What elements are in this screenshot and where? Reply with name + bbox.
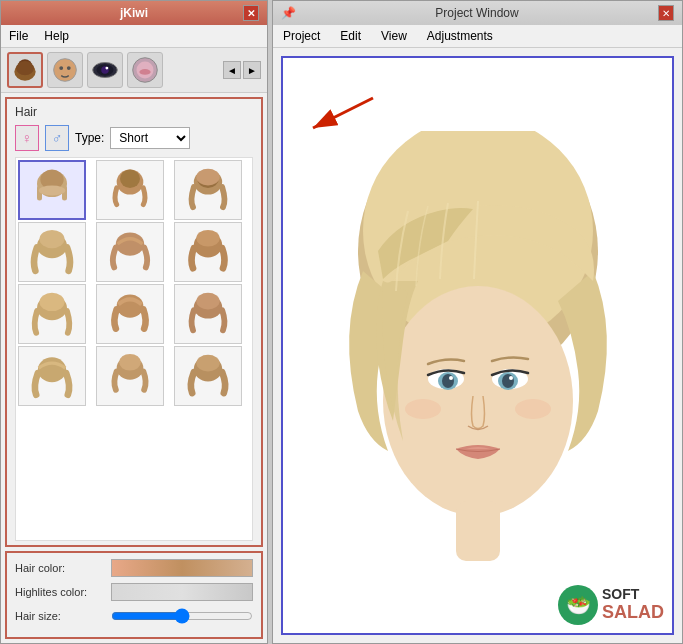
menu-view[interactable]: View [375,27,413,45]
type-label: Type: [75,131,104,145]
toolbar-face-icon[interactable] [47,52,83,88]
svg-point-50 [502,374,514,388]
watermark: 🥗 SOFT SALAD [558,585,664,625]
jkiwi-close-button[interactable]: ✕ [243,5,259,21]
project-titlebar: 📌 Project Window ✕ [273,1,682,25]
hair-color-row: Hair color: [15,559,253,577]
nav-left-button[interactable]: ◄ [223,61,241,79]
project-panel: 📌 Project Window ✕ Project Edit View Adj… [272,0,683,644]
hair-type-select[interactable]: Short Medium Long Curly Wavy [110,127,190,149]
svg-point-19 [120,170,140,188]
toolbar-nav: ◄ ► [223,61,261,79]
svg-point-33 [38,357,66,382]
svg-point-3 [54,59,77,82]
hair-item-5[interactable] [96,222,164,282]
svg-point-5 [67,66,71,70]
svg-point-51 [509,376,513,380]
hair-item-7[interactable] [18,284,86,344]
project-title: Project Window [296,6,658,20]
highlights-color-label: Highlites color: [15,586,105,598]
menu-file[interactable]: File [5,27,32,45]
hair-item-8[interactable] [96,284,164,344]
nav-right-button[interactable]: ► [243,61,261,79]
hair-size-slider[interactable] [111,608,253,624]
menu-adjustments[interactable]: Adjustments [421,27,499,45]
red-arrow [303,88,383,141]
jkiwi-panel: jKiwi ✕ File Help [0,0,268,644]
pin-icon: 📌 [281,6,296,20]
hair-color-picker[interactable] [111,559,253,577]
menu-help[interactable]: Help [40,27,73,45]
svg-point-52 [405,399,441,419]
toolbar-eyes-icon[interactable] [87,52,123,88]
watermark-logo: 🥗 [558,585,598,625]
project-menubar: Project Edit View Adjustments [273,25,682,48]
toolbar-makeup-icon[interactable] [127,52,163,88]
jkiwi-titlebar: jKiwi ✕ [1,1,267,25]
hair-item-4[interactable] [18,222,86,282]
watermark-soft: SOFT [602,587,664,602]
hair-section-label: Hair [15,105,253,119]
svg-point-17 [39,185,66,195]
svg-point-46 [442,374,454,388]
svg-point-9 [105,67,108,70]
jkiwi-title: jKiwi [25,6,243,20]
menu-project[interactable]: Project [277,27,326,45]
menu-edit[interactable]: Edit [334,27,367,45]
hair-item-10[interactable] [18,346,86,406]
svg-point-27 [196,230,219,247]
face-illustration [318,131,638,561]
svg-point-42 [383,286,573,516]
hair-item-1[interactable] [18,160,86,220]
hair-size-row: Hair size: [15,607,253,625]
svg-point-2 [16,61,34,75]
hair-item-11[interactable] [96,346,164,406]
toolbar-hair-icon[interactable] [7,52,43,88]
svg-rect-43 [456,501,500,561]
hair-item-3[interactable] [174,160,242,220]
project-canvas: 🥗 SOFT SALAD [281,56,674,635]
hair-item-12[interactable] [174,346,242,406]
male-gender-button[interactable]: ♂ [45,125,69,151]
hair-item-2[interactable] [96,160,164,220]
hair-size-label: Hair size: [15,610,105,622]
svg-line-39 [313,98,373,128]
female-gender-button[interactable]: ♀ [15,125,39,151]
svg-point-12 [139,69,150,75]
svg-point-47 [449,376,453,380]
hair-grid [16,158,252,408]
hair-item-9[interactable] [174,284,242,344]
hair-color-label: Hair color: [15,562,105,574]
hair-grid-container[interactable] [15,157,253,541]
watermark-salad: SALAD [602,603,664,623]
watermark-text: SOFT SALAD [602,587,664,622]
hair-size-slider-container [111,607,253,625]
project-close-button[interactable]: ✕ [658,5,674,21]
svg-point-32 [196,293,219,310]
svg-point-24 [40,230,65,248]
hair-color-controls: Hair color: Highlites color: Hair size: [5,551,263,639]
svg-point-22 [196,169,219,186]
svg-point-35 [119,354,141,371]
icon-toolbar: ◄ ► [1,48,267,93]
hair-item-6[interactable] [174,222,242,282]
svg-point-4 [59,66,63,70]
svg-point-53 [515,399,551,419]
hair-section: Hair ♀ ♂ Type: Short Medium Long Curly W… [5,97,263,547]
svg-point-37 [196,355,219,372]
highlights-color-row: Highlites color: [15,583,253,601]
svg-point-29 [40,293,65,311]
jkiwi-menubar: File Help [1,25,267,48]
highlights-color-picker[interactable] [111,583,253,601]
hair-controls-row: ♀ ♂ Type: Short Medium Long Curly Wavy [15,125,253,151]
